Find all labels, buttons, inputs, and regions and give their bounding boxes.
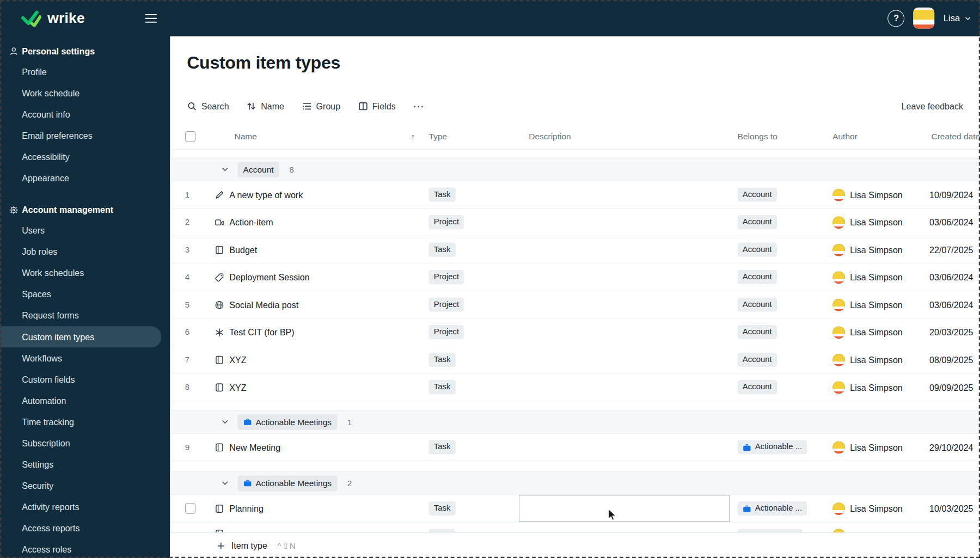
sidebar-item-users[interactable]: Users	[0, 220, 161, 241]
briefcase-icon	[743, 443, 751, 451]
chevron-down-icon[interactable]	[221, 165, 229, 173]
sidebar-item-email-preferences[interactable]: Email preferences	[0, 125, 161, 146]
topbar: wrike ? Lisa	[0, 0, 980, 36]
description-cell[interactable]	[519, 263, 730, 290]
sort-ascending-icon[interactable]: ↑	[411, 132, 415, 142]
type-badge: Project	[429, 297, 464, 311]
wrike-logo[interactable]: wrike	[21, 10, 85, 27]
user-avatar[interactable]	[914, 8, 935, 29]
partially-visible-row	[170, 523, 980, 532]
sidebar-item-activity-reports[interactable]: Activity reports	[0, 496, 161, 518]
sidebar-item-security[interactable]: Security	[0, 475, 161, 496]
sort-arrows-icon	[247, 101, 256, 111]
author-cell: Lisa Simpson	[825, 381, 920, 394]
table-row[interactable]: Planning Task Actionable ... Lisa Simpso…	[170, 495, 980, 523]
avatar	[832, 243, 845, 256]
belongs-to-badge: Actionable ...	[738, 440, 807, 454]
avatar	[832, 298, 845, 311]
leave-feedback-link[interactable]: Leave feedback	[902, 101, 963, 111]
sidebar-item-workflows[interactable]: Workflows	[0, 347, 161, 369]
group-header-row[interactable]: Account 8	[170, 157, 980, 181]
description-cell[interactable]	[519, 236, 730, 263]
avatar	[832, 216, 845, 229]
more-options-button[interactable]: ⋯	[413, 100, 425, 113]
table-row[interactable]: 3 Budget Task Account Lisa Simpson 22/07…	[170, 236, 980, 264]
sidebar-item-request-forms[interactable]: Request forms	[0, 305, 161, 326]
table-row[interactable]: 9 New Meeting Task Actionable ... Lisa S…	[170, 434, 980, 462]
sidebar-item-job-roles[interactable]: Job roles	[0, 241, 161, 262]
row-number: 8	[185, 383, 189, 392]
type-badge: Project	[429, 215, 464, 229]
select-all-checkbox[interactable]	[185, 131, 196, 142]
sidebar-item-automation[interactable]: Automation	[0, 390, 161, 411]
user-menu[interactable]: Lisa	[944, 13, 971, 23]
avatar	[832, 353, 845, 366]
description-cell[interactable]	[519, 318, 730, 345]
camera-icon	[215, 217, 224, 227]
chevron-down-icon[interactable]	[221, 418, 229, 426]
column-header-name[interactable]: Name ↑	[200, 132, 419, 142]
sidebar-item-profile[interactable]: Profile	[0, 62, 161, 83]
table-row[interactable]: 6 Test CIT (for BP) Project Account Lisa…	[170, 318, 980, 346]
sidebar-item-access-roles[interactable]: Access roles	[0, 539, 161, 558]
description-cell[interactable]	[519, 291, 730, 318]
group-count: 2	[347, 479, 352, 488]
search-button[interactable]: Search	[187, 101, 229, 111]
group-header-row[interactable]: Actionable Meetings 1	[170, 410, 980, 434]
description-cell[interactable]	[519, 374, 730, 401]
settings-sidebar: Personal settings Profile Work schedule …	[0, 36, 170, 558]
row-number: 7	[185, 355, 189, 364]
description-cell[interactable]	[519, 181, 730, 208]
row-number: 1	[185, 190, 189, 199]
sidebar-item-custom-item-types[interactable]: Custom item types	[0, 326, 161, 347]
belongs-to-badge: Account	[738, 380, 777, 394]
add-item-type-button[interactable]: Item type	[231, 541, 267, 550]
sidebar-item-appearance[interactable]: Appearance	[0, 168, 161, 189]
group-header-row[interactable]: Actionable Meetings 2	[170, 471, 980, 495]
sidebar-item-subscription[interactable]: Subscription	[0, 432, 161, 453]
type-badge: Task	[429, 242, 456, 256]
description-cell[interactable]	[519, 495, 730, 522]
column-header-created-date[interactable]: Created date	[920, 132, 980, 141]
column-header-author[interactable]: Author	[825, 132, 920, 141]
avatar	[832, 188, 845, 201]
table-row[interactable]: 4 Deployment Session Project Account Lis…	[170, 263, 980, 291]
row-checkbox[interactable]	[185, 503, 196, 514]
fields-button[interactable]: Fields	[358, 101, 395, 111]
column-header-type[interactable]: Type	[419, 132, 519, 141]
author-cell: Lisa Simpson	[825, 326, 920, 339]
table-row[interactable]: 7 XYZ Task Account Lisa Simpson 08/09/20…	[170, 346, 980, 374]
sidebar-item-time-tracking[interactable]: Time tracking	[0, 411, 161, 432]
sort-by-button[interactable]: Name	[247, 101, 284, 111]
help-button[interactable]: ?	[888, 10, 905, 27]
group-badge: Actionable Meetings	[237, 475, 337, 491]
sidebar-section: Account management Users Job roles Work …	[0, 200, 170, 558]
table-row[interactable]: 8 XYZ Task Account Lisa Simpson 09/09/20…	[170, 374, 980, 402]
column-header-description[interactable]: Description	[519, 132, 730, 141]
sidebar-nav: Personal settings Profile Work schedule …	[0, 41, 170, 558]
table-row[interactable]: 2 Action-item Project Account Lisa Simps…	[170, 209, 980, 236]
group-button[interactable]: Group	[302, 101, 340, 111]
sidebar-item-work-schedule[interactable]: Work schedule	[0, 83, 161, 104]
group-badge: Actionable Meetings	[237, 414, 337, 430]
sidebar-item-accessibility[interactable]: Accessibility	[0, 146, 161, 168]
sidebar-item-access-reports[interactable]: Access reports	[0, 518, 161, 539]
sidebar-item-account-info[interactable]: Account info	[0, 104, 161, 125]
sidebar-item-spaces[interactable]: Spaces	[0, 284, 161, 305]
sidebar-item-custom-fields[interactable]: Custom fields	[0, 369, 161, 390]
sidebar-item-settings[interactable]: Settings	[0, 453, 161, 475]
sidebar-item-work-schedules[interactable]: Work schedules	[0, 262, 161, 284]
wrike-logo-icon	[21, 10, 41, 27]
chevron-down-icon[interactable]	[221, 480, 229, 487]
author-cell: Lisa Simpson	[825, 243, 920, 256]
item-name: Planning	[229, 504, 264, 513]
table-row[interactable]: 1 A new type of work Task Account Lisa S…	[170, 181, 980, 209]
description-cell[interactable]	[519, 346, 730, 373]
column-header-belongs-to[interactable]: Belongs to	[730, 132, 825, 141]
description-cell[interactable]	[519, 434, 730, 461]
belongs-to-badge: Actionable ...	[738, 501, 807, 516]
sidebar-section-header: Personal settings	[0, 41, 170, 62]
table-row[interactable]: 5 Social Media post Project Account Lisa…	[170, 291, 980, 319]
hamburger-menu-icon[interactable]	[145, 14, 157, 23]
description-cell[interactable]	[519, 209, 730, 235]
